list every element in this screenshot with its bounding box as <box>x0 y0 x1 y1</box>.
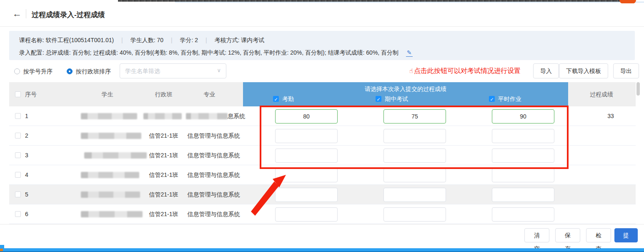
radio-sort-by-class[interactable] <box>67 68 73 74</box>
major-cell-partial: 息系统 <box>228 106 245 126</box>
major-cell: 信息管理与信息系统 <box>175 126 252 146</box>
col-header-major: 专业 <box>175 82 244 106</box>
table-row: 3 信管21-1班 信息管理与信息系统 <box>9 146 636 165</box>
table-row: 1 息系统 33 <box>9 106 636 126</box>
row-no: 1 <box>25 106 28 126</box>
table-row: 5 信管21-1班 信息管理与信息系统 <box>9 185 636 204</box>
bottom-left-orange-dot <box>0 249 3 251</box>
midterm-score-input[interactable] <box>383 129 446 143</box>
export-button[interactable]: 导出 <box>613 63 639 78</box>
major-cell: 信息管理与信息系统 <box>175 165 252 185</box>
row-checkbox[interactable] <box>15 113 21 119</box>
homework-score-input[interactable] <box>492 168 554 182</box>
kaoqin-score-input[interactable] <box>275 207 338 222</box>
edit-config-icon[interactable]: ✎ <box>406 49 413 57</box>
student-name-redacted <box>81 172 139 178</box>
assess-method-label: 考核方式: <box>214 37 239 43</box>
save-button[interactable]: 保存 <box>555 228 580 242</box>
row-no: 2 <box>25 126 28 146</box>
score-group-title: 请选择本次录入提交的过程成绩 <box>243 86 568 93</box>
info-separator: | <box>165 37 178 43</box>
select-all-checkbox[interactable] <box>15 91 21 97</box>
table-row: 2 信管21-1班 信息管理与信息系统 <box>9 126 636 146</box>
info-separator: | <box>115 37 129 43</box>
homework-score-input[interactable] <box>492 109 554 123</box>
kaoqin-score-input[interactable] <box>275 109 338 123</box>
assess-method-value: 课内考试 <box>241 37 264 43</box>
radio-sort-by-class-label[interactable]: 按行政班排序 <box>76 68 111 76</box>
exam-setting-tip-text: 点击此按钮可以对考试情况进行设置 <box>414 67 521 74</box>
midterm-score-input[interactable] <box>383 168 446 182</box>
chevron-down-icon: ∨ <box>217 67 221 73</box>
credit-label: 学分: <box>180 37 193 43</box>
homework-column-label[interactable]: 平时作业 <box>498 96 521 103</box>
banji-redacted <box>143 113 182 119</box>
kaoqin-column-label[interactable]: 考勤 <box>282 96 294 103</box>
course-name-label: 课程名称: <box>19 37 44 43</box>
midterm-score-input[interactable] <box>383 109 446 123</box>
table-row: 6 信管21-1班 信息管理与信息系统 <box>9 204 636 224</box>
info-separator: | <box>200 37 213 43</box>
download-template-button[interactable]: 下载导入模板 <box>559 63 608 78</box>
exam-setting-tip: ☝点击此按钮可以对考试情况进行设置 <box>409 67 521 76</box>
row-checkbox[interactable] <box>15 172 21 178</box>
table-scrollbar-track[interactable] <box>636 82 641 225</box>
entry-config-label: 录入配置: <box>19 49 44 56</box>
import-button[interactable]: 导入 <box>533 63 559 78</box>
kaoqin-score-input[interactable] <box>275 168 338 182</box>
midterm-score-input[interactable] <box>383 207 446 222</box>
col-header-no: 序号 <box>25 82 37 106</box>
process-score-cell: 33 <box>579 106 642 126</box>
bottom-blue-bar <box>0 248 644 252</box>
row-no: 5 <box>25 185 28 204</box>
entry-config-line: 录入配置: 总评成绩: 百分制; 过程成绩: 40%, 百分制(考勤: 8%, … <box>19 48 413 57</box>
midterm-column-label[interactable]: 期中考试 <box>385 96 408 103</box>
major-cell: 信息管理与信息系统 <box>175 204 252 224</box>
row-no: 6 <box>25 204 28 224</box>
score-group-header: 请选择本次录入提交的过程成绩 ✓ 考勤 ✓ 期中考试 ✓ 平时作业 <box>243 82 568 106</box>
midterm-column-checkbox[interactable]: ✓ <box>376 96 381 102</box>
student-name-redacted <box>81 113 137 119</box>
col-header-process-score: 过程成绩 <box>570 82 633 106</box>
row-no: 3 <box>25 146 28 165</box>
kaoqin-column-checkbox[interactable]: ✓ <box>273 96 279 102</box>
check-button[interactable]: 检查 <box>586 228 611 242</box>
student-filter-select[interactable]: ∨ <box>120 63 226 78</box>
kaoqin-score-input[interactable] <box>275 129 338 143</box>
kaoqin-score-input[interactable] <box>275 188 338 202</box>
table-scrollbar-thumb[interactable] <box>636 82 640 96</box>
title-divider <box>26 9 26 18</box>
student-name-redacted <box>81 192 140 198</box>
entry-config-value: 总评成绩: 百分制; 过程成绩: 40%, 百分制(考勤: 8%, 百分制, 期… <box>46 49 398 56</box>
grade-entry-page: ← 过程成绩录入-过程成绩 课程名称: 软件工程(100514T001.01) … <box>0 0 644 252</box>
midterm-score-input[interactable] <box>383 149 446 163</box>
row-checkbox[interactable] <box>15 152 21 158</box>
footer-divider <box>0 224 644 224</box>
homework-score-input[interactable] <box>492 149 554 163</box>
course-info-line1: 课程名称: 软件工程(100514T001.01) | 学生人数: 70 | 学… <box>19 36 264 44</box>
midterm-score-input[interactable] <box>383 188 446 202</box>
radio-sort-by-student-no-label[interactable]: 按学号升序 <box>23 68 53 76</box>
row-checkbox[interactable] <box>15 133 21 139</box>
student-count-value: 70 <box>157 37 163 43</box>
major-redacted <box>186 113 228 119</box>
homework-score-input[interactable] <box>492 129 554 143</box>
row-checkbox[interactable] <box>15 192 21 197</box>
homework-column-checkbox[interactable]: ✓ <box>489 96 495 102</box>
page-title: 过程成绩录入-过程成绩 <box>32 10 105 20</box>
major-cell: 信息管理与信息系统 <box>175 146 252 165</box>
student-filter-input[interactable] <box>125 64 208 78</box>
kaoqin-score-input[interactable] <box>275 149 338 163</box>
student-count-label: 学生人数: <box>130 37 155 43</box>
credit-value: 2 <box>195 37 198 43</box>
back-button[interactable]: ← <box>13 9 22 18</box>
row-checkbox[interactable] <box>15 211 21 217</box>
row-no: 4 <box>25 165 28 185</box>
homework-score-input[interactable] <box>492 188 554 202</box>
homework-score-input[interactable] <box>492 207 554 222</box>
radio-sort-by-student-no[interactable] <box>14 68 20 74</box>
clear-button[interactable]: 清空 <box>524 228 549 242</box>
course-name-value: 软件工程(100514T001.01) <box>46 37 114 43</box>
submit-button[interactable]: 提交 <box>614 228 638 242</box>
student-name-redacted <box>81 211 143 217</box>
